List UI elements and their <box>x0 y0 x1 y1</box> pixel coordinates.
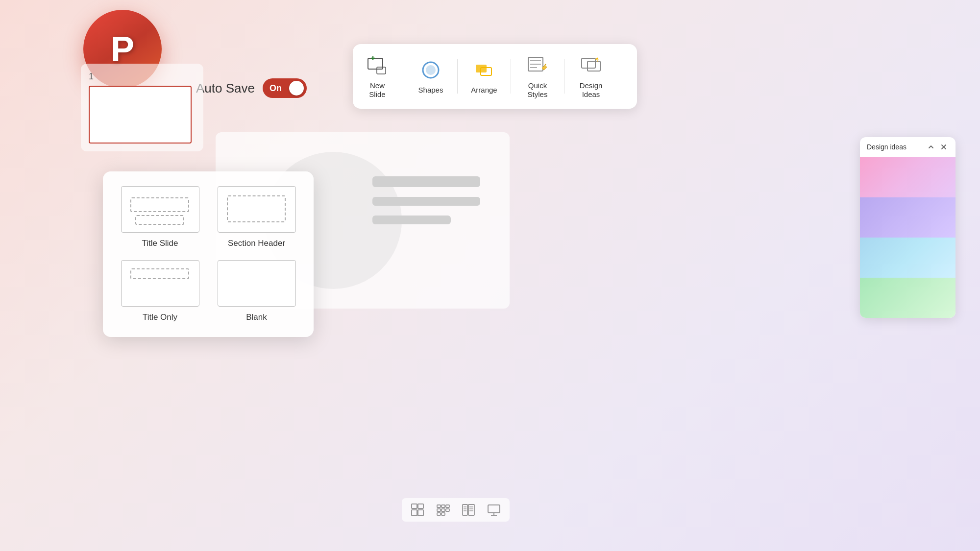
ribbon-divider-3 <box>511 59 511 94</box>
layout-title-slide[interactable]: Title Slide <box>118 186 202 248</box>
slide-placeholder-lines <box>372 176 480 224</box>
layout-blank-label: Blank <box>246 312 267 322</box>
svg-point-5 <box>426 65 436 75</box>
layout-dropdown: Title Slide Section Header Title Only Bl… <box>103 171 314 337</box>
ribbon-arrange-label: Arrange <box>471 86 497 95</box>
svg-rect-24 <box>446 509 449 511</box>
layout-section-header[interactable]: Section Header <box>214 186 299 248</box>
shapes-icon <box>419 58 442 82</box>
ribbon-divider-4 <box>564 59 564 94</box>
slide-line-3 <box>372 216 451 224</box>
svg-rect-18 <box>418 510 423 516</box>
layout-title-slide-label: Title Slide <box>142 239 178 248</box>
presenter-view-button[interactable] <box>486 502 502 518</box>
layout-thumb-section-header <box>218 186 296 233</box>
design-ideas-title: Design ideas <box>867 143 906 151</box>
svg-rect-26 <box>441 513 445 515</box>
toggle-knob <box>289 81 304 96</box>
svg-line-12 <box>545 64 546 65</box>
design-ideas-icon <box>579 54 603 77</box>
svg-rect-19 <box>437 505 441 507</box>
design-ideas-header: Design ideas <box>860 137 956 157</box>
new-slide-icon <box>366 54 389 77</box>
ribbon-arrange[interactable]: Arrange <box>460 54 509 98</box>
design-swatch-green[interactable] <box>860 278 956 318</box>
design-swatch-teal[interactable] <box>860 238 956 278</box>
ribbon-design-ideas-label: DesignIdeas <box>580 81 603 99</box>
ribbon-divider-1 <box>404 59 404 94</box>
autosave-toggle[interactable]: On <box>263 78 307 98</box>
design-ideas-controls <box>926 142 949 152</box>
logo-letter: P <box>111 29 134 69</box>
svg-rect-22 <box>437 509 441 511</box>
svg-rect-25 <box>437 513 441 515</box>
ribbon-design-ideas[interactable]: DesignIdeas <box>566 50 615 103</box>
svg-rect-35 <box>488 505 500 513</box>
slide-line-2 <box>372 197 480 206</box>
slide-panel: 1 <box>81 64 203 151</box>
ribbon-shapes[interactable]: Shapes <box>406 54 455 98</box>
design-ideas-close-btn[interactable] <box>939 142 949 152</box>
layout-title-only-label: Title Only <box>143 312 177 322</box>
ribbon-quick-styles[interactable]: QuickStyles <box>513 50 562 103</box>
slide-thumbnail[interactable] <box>89 86 192 144</box>
ribbon-new-slide[interactable]: NewSlide <box>353 50 402 103</box>
layout-section-header-label: Section Header <box>228 239 285 248</box>
layout-blank[interactable]: Blank <box>214 260 299 322</box>
layout-thumb-title-only <box>121 260 199 307</box>
slide-sorter-button[interactable] <box>435 502 451 518</box>
svg-rect-14 <box>588 61 600 71</box>
reading-view-button[interactable] <box>461 502 476 518</box>
normal-view-button[interactable] <box>410 502 425 518</box>
svg-rect-17 <box>412 510 417 516</box>
ribbon-toolbar: NewSlide Shapes Arrange <box>353 44 637 109</box>
toggle-text: On <box>270 83 282 94</box>
svg-rect-28 <box>468 504 474 515</box>
ribbon-divider-2 <box>457 59 458 94</box>
bottom-toolbar <box>402 498 510 522</box>
svg-rect-13 <box>582 58 595 68</box>
svg-rect-16 <box>418 504 423 508</box>
ribbon-new-slide-label: NewSlide <box>369 81 385 99</box>
svg-rect-15 <box>412 504 417 508</box>
svg-rect-21 <box>446 505 449 507</box>
layout-thumb-title-slide <box>121 186 199 233</box>
quick-styles-icon <box>526 54 549 77</box>
ribbon-shapes-label: Shapes <box>418 86 443 95</box>
design-swatch-pink[interactable] <box>860 157 956 197</box>
svg-rect-27 <box>463 504 467 515</box>
layout-title-only[interactable]: Title Only <box>118 260 202 322</box>
slide-number: 1 <box>89 72 196 82</box>
svg-rect-3 <box>377 67 386 74</box>
design-ideas-collapse-btn[interactable] <box>926 142 936 152</box>
slide-line-1 <box>372 176 480 187</box>
arrange-icon <box>472 58 496 82</box>
ribbon-quick-styles-label: QuickStyles <box>528 81 548 99</box>
autosave-label: Auto Save <box>196 81 255 96</box>
design-swatch-purple[interactable] <box>860 197 956 238</box>
layout-thumb-blank <box>218 260 296 307</box>
autosave-bar: Auto Save On <box>196 78 307 98</box>
design-ideas-panel: Design ideas <box>860 137 956 318</box>
svg-rect-23 <box>441 509 445 511</box>
svg-rect-20 <box>441 505 445 507</box>
